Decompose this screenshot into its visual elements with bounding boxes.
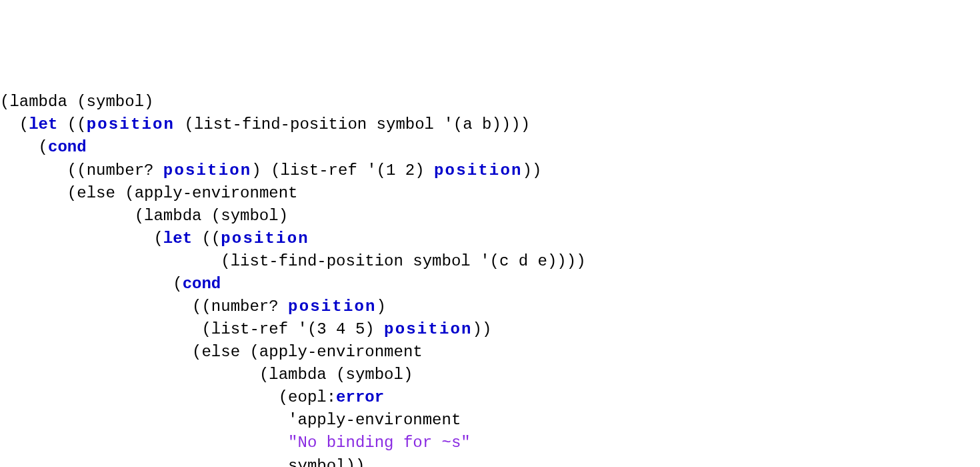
code-text: ) <box>377 298 386 316</box>
code-text: (( <box>57 115 86 133</box>
keyword: error <box>336 388 384 406</box>
indent <box>0 298 192 316</box>
indent <box>0 229 153 248</box>
code-text: ( <box>19 115 29 133</box>
code-line: 'apply-environment <box>0 409 980 432</box>
code-text: )) <box>523 161 542 179</box>
code-line: (lambda (symbol) <box>0 91 980 113</box>
code-text: (else (apply-environment <box>67 184 298 202</box>
indent <box>0 184 67 202</box>
code-text: )) <box>473 320 492 338</box>
keyword: let <box>163 229 192 248</box>
code-line: ((number? position) <box>0 296 980 318</box>
code-text: ) (list-ref '(1 2) <box>251 161 434 179</box>
code-line: (let ((position (list-find-position symb… <box>0 113 980 136</box>
code-text: (lambda (symbol) <box>0 93 153 111</box>
indent <box>0 343 192 361</box>
code-text: (list-ref '(3 4 5) <box>201 320 384 338</box>
code-text: (list-find-position symbol '(c d e)))) <box>221 252 585 270</box>
indent <box>0 161 67 179</box>
code-text: ( <box>173 275 182 293</box>
code-text: (lambda (symbol) <box>135 207 288 225</box>
identifier: position <box>221 229 309 248</box>
keyword: cond <box>183 275 221 293</box>
code-text: ((number? <box>67 161 163 179</box>
code-line: (lambda (symbol) <box>0 205 980 227</box>
code-text: ((number? <box>192 298 288 316</box>
indent <box>0 388 279 406</box>
string-literal: "No binding for ~s" <box>288 434 471 452</box>
identifier: position <box>384 320 473 338</box>
code-line: (list-find-position symbol '(c d e)))) <box>0 250 980 273</box>
code-line: (eopl:error <box>0 386 980 409</box>
code-text: (eopl: <box>279 388 336 406</box>
keyword: let <box>29 115 57 133</box>
code-text: (lambda (symbol) <box>259 366 413 384</box>
code-line: (list-ref '(3 4 5) position)) <box>0 318 980 341</box>
code-line: "No binding for ~s" <box>0 432 980 454</box>
identifier: position <box>87 115 175 133</box>
indent <box>0 275 173 293</box>
code-text: (( <box>192 229 221 248</box>
code-line: (else (apply-environment <box>0 341 980 364</box>
code-text: (list-find-position symbol '(a b)))) <box>175 115 530 133</box>
indent <box>0 115 19 133</box>
code-text: 'apply-environment <box>288 411 461 429</box>
indent <box>0 366 259 384</box>
indent <box>0 457 288 467</box>
keyword: cond <box>48 138 87 156</box>
indent <box>0 207 135 225</box>
code-line: symbol)) <box>0 455 980 467</box>
code-line: (cond <box>0 136 980 159</box>
code-line: (else (apply-environment <box>0 182 980 205</box>
code-line: (cond <box>0 273 980 296</box>
identifier: position <box>288 298 377 316</box>
code-block: (lambda (symbol) (let ((position (list-f… <box>0 91 980 467</box>
code-text: ( <box>39 138 48 156</box>
indent <box>0 411 288 429</box>
indent <box>0 320 201 338</box>
code-line: (lambda (symbol) <box>0 364 980 386</box>
code-text: (else (apply-environment <box>192 343 423 361</box>
code-text: symbol)) <box>288 457 365 467</box>
indent <box>0 252 221 270</box>
indent <box>0 434 288 452</box>
identifier: position <box>434 161 523 179</box>
indent <box>0 138 39 156</box>
code-line: (let ((position <box>0 227 980 250</box>
code-line: ((number? position) (list-ref '(1 2) pos… <box>0 159 980 182</box>
code-text: ( <box>153 229 163 248</box>
identifier: position <box>163 161 252 179</box>
